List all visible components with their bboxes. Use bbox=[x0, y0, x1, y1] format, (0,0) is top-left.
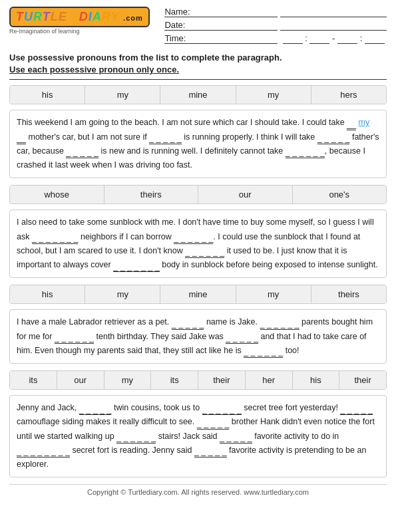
word-mine-1: mine bbox=[160, 86, 236, 104]
word-mine-2: mine bbox=[160, 285, 236, 303]
word-our-1: our bbox=[198, 186, 293, 203]
word-his-3: his bbox=[293, 371, 340, 389]
word-bank-3: his my mine my theirs bbox=[9, 285, 387, 304]
word-my-5: my bbox=[104, 371, 152, 389]
blank: _ _ _ _ _ _ _ bbox=[32, 234, 79, 244]
blank: _ _ _ _ _ _ bbox=[202, 406, 242, 416]
footer-text: Copyright © Turtlediary.com. All rights … bbox=[87, 488, 309, 496]
date-label: Date: bbox=[164, 20, 278, 31]
word-bank-4: its our my its their her his their bbox=[9, 370, 387, 390]
word-their-1: their bbox=[198, 371, 246, 389]
tagline: Re-Imagination of learning bbox=[9, 28, 80, 35]
blank: _ _ _ _ _ _ bbox=[244, 348, 283, 358]
word-bank-1: his my mine my hers bbox=[9, 85, 387, 104]
word-their-2: their bbox=[339, 371, 386, 389]
section1: his my mine my hers This weekend I am go… bbox=[9, 85, 387, 178]
word-its-1: its bbox=[10, 371, 57, 389]
word-his-2: his bbox=[10, 285, 85, 303]
blank: _ _ _ _ _ bbox=[220, 434, 252, 444]
date-line: Date: bbox=[164, 20, 387, 31]
word-whose: whose bbox=[10, 186, 104, 203]
blank: _ _ _ _ _ _ bbox=[55, 334, 94, 344]
section3: his my mine my theirs I have a male Labr… bbox=[9, 285, 387, 364]
word-its-2: its bbox=[151, 371, 198, 389]
blank: _ _ _ _ _ bbox=[340, 406, 373, 416]
instruction-line2: Use each possessive pronoun only once. bbox=[9, 64, 387, 76]
name-line: Name: bbox=[164, 7, 387, 17]
logo-area: TURTLE DIARY .com Re-Imagination of lear… bbox=[9, 7, 150, 35]
word-my-2: my bbox=[236, 86, 311, 104]
instruction-line1: Use possessive pronouns from the list to… bbox=[9, 52, 387, 64]
blank: _ _ _ _ _ _ bbox=[185, 248, 224, 258]
time-label: Time: bbox=[164, 33, 278, 44]
word-my-1: my bbox=[85, 86, 160, 104]
paragraph-4: Jenny and Jack, _ _ _ _ _ twin cousins, … bbox=[9, 395, 387, 477]
blank: _ _ _ _ _ bbox=[149, 134, 182, 144]
filled-my: my bbox=[359, 118, 370, 127]
blank: _ _ _ _ _ _ bbox=[260, 320, 299, 330]
logo: TURTLE DIARY .com bbox=[9, 7, 150, 27]
section2: whose theirs our one's I also need to ta… bbox=[9, 185, 387, 278]
divider bbox=[9, 79, 387, 80]
word-hers-1: hers bbox=[311, 86, 386, 104]
name-label: Name: bbox=[164, 7, 278, 17]
time-line: Time: : - : bbox=[164, 33, 387, 44]
instructions: Use possessive pronouns from the list to… bbox=[9, 52, 387, 76]
word-his-1: his bbox=[10, 86, 85, 104]
word-our-2: our bbox=[57, 371, 104, 389]
word-bank-2: whose theirs our one's bbox=[9, 185, 387, 204]
blank: _ _ _ _ _ bbox=[317, 134, 350, 144]
logo-com: .com bbox=[123, 14, 143, 22]
paragraph-3: I have a male Labrador retriever as a pe… bbox=[9, 309, 387, 364]
form-fields: Name: Date: Time: : - : bbox=[164, 7, 387, 47]
blank: _ _ _ _ _ bbox=[172, 320, 204, 330]
blank: _ _ _ _ _ bbox=[194, 448, 227, 458]
blank: __ bbox=[347, 120, 356, 130]
word-theirs-1: theirs bbox=[104, 186, 199, 203]
blank: _ _ _ _ _ bbox=[79, 406, 112, 416]
blank: _ _ _ _ _ bbox=[66, 148, 99, 158]
blank: _ _ _ _ _ bbox=[226, 334, 258, 344]
word-her: her bbox=[246, 371, 293, 389]
paragraph-1: This weekend I am going to the beach. I … bbox=[9, 110, 387, 178]
paragraph-2: I also need to take some sunblock with m… bbox=[9, 209, 387, 278]
section4: its our my its their her his their Jenny… bbox=[9, 370, 387, 477]
blank: _ _ _ _ _ _ _ _ bbox=[17, 448, 70, 458]
word-theirs-2: theirs bbox=[311, 285, 386, 303]
blank: _ _ _ _ _ bbox=[197, 420, 230, 430]
blank: _ _ _ _ _ _ bbox=[174, 234, 213, 244]
blank: __ bbox=[17, 134, 26, 144]
footer: Copyright © Turtlediary.com. All rights … bbox=[9, 484, 387, 496]
word-my-4: my bbox=[236, 285, 311, 303]
word-my-3: my bbox=[85, 285, 160, 303]
blank: _ _ _ _ _ _ bbox=[116, 434, 156, 444]
blank: _ _ _ _ _ _ _ bbox=[113, 263, 160, 273]
blank: _ _ _ _ _ _ bbox=[286, 148, 325, 158]
word-ones: one's bbox=[293, 186, 387, 203]
header: TURTLE DIARY .com Re-Imagination of lear… bbox=[9, 7, 387, 47]
